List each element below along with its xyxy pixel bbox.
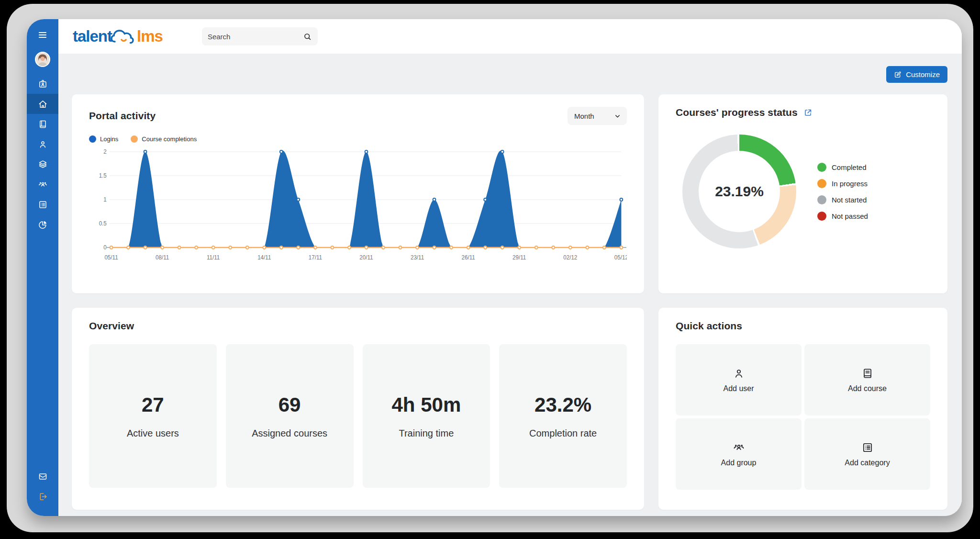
edit-icon [894,71,902,79]
logo-text-lms: lms [137,27,163,45]
legend-item-course-completions[interactable]: Course completions [131,135,197,143]
stat-label: Completion rate [529,428,597,439]
sidebar-item-categories[interactable] [27,194,58,214]
hamburger-menu-icon[interactable] [37,27,48,43]
groups-icon [38,180,48,190]
sidebar-item-courses[interactable] [27,114,58,134]
sidebar-item-branches[interactable] [27,154,58,174]
svg-text:1.5: 1.5 [99,172,107,179]
user-avatar[interactable] [35,52,50,67]
external-link-icon[interactable] [803,108,813,117]
stat-tile-assigned-courses: 69Assigned courses [226,344,354,488]
svg-text:23/11: 23/11 [411,254,424,261]
progress-legend-item-in-progress: In progress [817,179,868,188]
add-user-icon [733,367,745,380]
add-category-button[interactable]: Add category [804,418,930,490]
app-window: talent lms Customize [27,19,962,516]
sidebar-bottom [27,466,58,506]
progress-legend-item-not-passed: Not passed [817,212,868,221]
quick-action-label: Add category [845,459,890,467]
legend-label: In progress [832,180,868,188]
svg-text:17/11: 17/11 [309,254,322,261]
sidebar-item-reports[interactable] [27,214,58,235]
portal-activity-title: Portal activity [89,110,156,122]
donut-hole: 23.19% [699,151,780,232]
users-icon [38,139,48,149]
search-icon[interactable] [303,32,312,41]
overview-title: Overview [89,320,627,332]
sidebar-item-home[interactable] [27,94,58,114]
svg-text:05/11: 05/11 [104,254,118,261]
sidebar [27,19,58,516]
courses-progress-title: Courses' progress status [676,107,798,118]
legend-label: Not passed [832,212,868,220]
svg-text:2: 2 [103,148,106,155]
period-select[interactable]: Month [568,107,627,125]
svg-text:20/11: 20/11 [359,254,373,261]
add-user-button[interactable]: Add user [676,344,802,415]
legend-dot [817,212,826,221]
quick-action-label: Add course [848,384,887,393]
quick-action-label: Add group [721,459,757,467]
svg-text:1: 1 [103,196,106,203]
sidebar-item-messages[interactable] [27,466,58,486]
legend-dot [817,195,826,204]
progress-legend-item-completed: Completed [817,163,868,172]
svg-text:26/11: 26/11 [462,254,475,261]
search-box [202,27,318,45]
sidebar-item-users[interactable] [27,134,58,154]
logout-icon [38,492,48,502]
stat-value: 4h 50m [392,393,461,416]
add-group-icon [733,441,745,454]
overview-card: Overview 27Active users69Assigned course… [72,308,644,510]
envelope-icon [38,472,48,482]
categories-icon [38,200,48,210]
sidebar-item-logout[interactable] [27,486,58,506]
logo-text-talent: talent [73,27,112,45]
main-area: talent lms Customize [58,19,962,516]
sidebar-item-groups[interactable] [27,174,58,194]
sidebar-item-profile-card[interactable] [27,74,58,94]
layers-icon [38,159,48,169]
legend-dot [89,135,96,143]
customize-button[interactable]: Customize [886,66,947,83]
progress-legend: CompletedIn progressNot startedNot passe… [817,163,868,221]
legend-label: Completed [832,163,867,171]
search-input[interactable] [208,33,303,41]
courses-icon [38,119,48,129]
topbar: talent lms [58,19,962,54]
stat-label: Assigned courses [252,428,327,439]
svg-text:08/11: 08/11 [156,254,169,261]
stat-label: Active users [127,428,179,439]
screen: talent lms Customize [0,0,980,539]
portal-activity-chart: 00.511.5205/1108/1111/1114/1117/1120/112… [89,145,627,265]
stat-value: 23.2% [535,393,591,416]
quick-actions-card: Quick actions Add userAdd courseAdd grou… [658,308,947,510]
legend-dot [131,135,138,143]
dashboard-content: Customize Portal activity Month L [58,54,962,516]
add-course-button[interactable]: Add course [804,344,930,415]
stat-tile-completion-rate: 23.2%Completion rate [499,344,627,488]
quick-action-label: Add user [723,384,754,393]
id-badge-icon [38,79,48,89]
legend-dot [817,179,826,188]
talentlms-logo[interactable]: talent lms [73,27,163,45]
courses-progress-card: Courses' progress status 23.19% [658,94,947,293]
svg-text:14/11: 14/11 [257,254,271,261]
legend-label: Not started [832,196,867,204]
sidebar-nav [27,74,58,235]
stat-label: Training time [399,428,454,439]
area-chart-svg: 00.511.5205/1108/1111/1114/1117/1120/112… [89,145,627,265]
stat-tile-training-time: 4h 50mTraining time [363,344,490,488]
quick-actions-grid: Add userAdd courseAdd groupAdd category [676,344,930,490]
svg-text:02/12: 02/12 [563,254,577,261]
add-course-icon [861,367,874,380]
chevron-down-icon [614,112,621,120]
svg-text:29/11: 29/11 [512,254,526,261]
add-category-icon [861,441,874,454]
svg-text:0: 0 [103,244,107,251]
legend-item-logins[interactable]: Logins [89,135,118,143]
stat-value: 69 [278,393,301,416]
add-group-button[interactable]: Add group [676,418,802,490]
legend-dot [817,163,826,172]
